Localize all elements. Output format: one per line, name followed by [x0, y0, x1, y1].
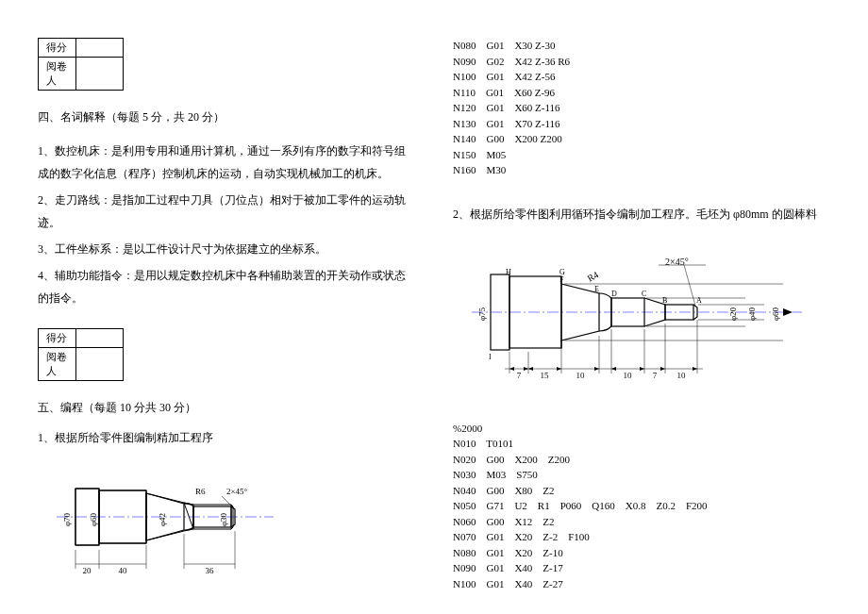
code2-l4: N050 G71 U2 R1 P060 Q160 X0.8 Z0.2 F200	[453, 500, 708, 511]
code1b-l1: N090 G02 X42 Z-36 R6	[453, 56, 570, 67]
dim2-d20: φ20	[728, 307, 738, 321]
dim2-d75: φ75	[477, 307, 487, 321]
dim-d42: φ42	[158, 513, 167, 526]
section5-heading: 五、编程（每题 10 分共 30 分）	[38, 400, 415, 416]
right-column: N080 G01 X30 Z-30 N090 G02 X42 Z-36 R6 N…	[453, 38, 830, 614]
dim-36: 36	[206, 566, 215, 575]
section4-heading: 四、名词解释（每题 5 分，共 20 分）	[38, 109, 415, 125]
code1b-l6: N140 G00 X200 Z200	[453, 133, 562, 144]
code2-l5: N060 G00 X12 Z2	[453, 516, 555, 527]
part-drawing-1: φ70 φ60 φ42 φ30 R6 2×45° 20 40 36	[38, 460, 415, 602]
section4-item3: 3、工件坐标系：是以工件设计尺寸为依据建立的坐标系。	[38, 238, 415, 260]
grader-label: 阅卷人	[39, 348, 76, 381]
code-block-2: %2000 N010 T0101 N020 G00 X200 Z200 N030…	[453, 421, 830, 592]
dim2-r4: R4	[586, 269, 601, 283]
pt-i: I	[489, 353, 492, 361]
code1b-l0: N080 G01 X30 Z-30	[453, 40, 555, 51]
dim-r6: R6	[195, 487, 206, 496]
dim2-chamfer: 2×45°	[665, 257, 689, 267]
dim-d30: φ30	[219, 512, 228, 526]
pt-c: C	[642, 290, 646, 298]
grader-label: 阅卷人	[39, 58, 76, 91]
dim2-10b: 10	[624, 371, 633, 380]
pt-h: H	[506, 268, 511, 276]
dim2-d60: φ60	[771, 307, 780, 321]
section5-sub1: 1、根据所给零件图编制精加工程序	[38, 430, 415, 446]
section4-item4: 4、辅助功能指令：是用以规定数控机床中各种辅助装置的开关动作或状态的指令。	[38, 264, 415, 309]
pt-b: B	[662, 296, 667, 305]
code1b-l4: N120 G01 X60 Z-116	[453, 102, 560, 113]
dim2-15: 15	[541, 371, 550, 380]
code2-l7: N080 G01 X20 Z-10	[453, 547, 563, 558]
dim-d70: φ70	[62, 512, 72, 526]
svg-line-4	[222, 496, 233, 507]
dim2-7a: 7	[517, 371, 522, 380]
code2-l8: N090 G01 X40 Z-17	[453, 562, 563, 573]
dim2-7b: 7	[653, 371, 658, 380]
dim-chamfer: 2×45°	[226, 487, 248, 496]
dim2-d40: φ40	[747, 307, 757, 321]
score-label: 得分	[39, 39, 76, 58]
dim-20: 20	[83, 566, 92, 575]
code1b-l3: N110 G01 X60 Z-96	[453, 87, 555, 98]
code2-l6: N070 G01 X20 Z-2 F100	[453, 531, 590, 542]
code2-l0: N010 T0101	[453, 438, 513, 449]
dim-40: 40	[119, 566, 128, 575]
pt-a: A	[696, 296, 702, 305]
code2-l9: N100 G01 X40 Z-27	[453, 578, 563, 589]
dim-d60: φ60	[89, 512, 98, 526]
section4-item2: 2、走刀路线：是指加工过程中刀具（刀位点）相对于被加工零件的运动轨迹。	[38, 189, 415, 234]
section5-sub2: 2、根据所给零件图利用循环指令编制加工程序。毛坯为 φ80mm 的圆棒料	[453, 207, 830, 223]
score-table-2: 得分 阅卷人	[38, 328, 124, 381]
code2-l2: N030 M03 S750	[453, 469, 538, 480]
code2-header: %2000	[453, 423, 482, 434]
score-label: 得分	[39, 329, 76, 348]
left-column: 得分 阅卷人 四、名词解释（每题 5 分，共 20 分） 1、数控机床：是利用专…	[38, 38, 415, 614]
pt-e: E	[594, 285, 599, 293]
code2-l1: N020 G00 X200 Z200	[453, 454, 570, 465]
score-table-1: 得分 阅卷人	[38, 38, 124, 91]
svg-line-19	[684, 265, 695, 306]
code-block-1b: N080 G01 X30 Z-30 N090 G02 X42 Z-36 R6 N…	[453, 38, 830, 178]
pt-f: F	[559, 275, 564, 284]
pt-d: D	[611, 290, 617, 298]
part-drawing-2: 2×45° R4 φ20 φ40 φ60 φ75 A B C	[453, 237, 830, 407]
dim2-10c: 10	[677, 371, 687, 380]
code1b-l5: N130 G01 X70 Z-116	[453, 118, 560, 129]
pt-g: G	[559, 268, 565, 276]
code1b-l7: N150 M05	[453, 149, 506, 160]
code1b-l8: N160 M30	[453, 164, 506, 175]
section4-item1: 1、数控机床：是利用专用和通用计算机，通过一系列有序的数字和符号组成的数字化信息…	[38, 140, 415, 185]
dim2-10a: 10	[576, 371, 586, 380]
code2-l3: N040 G00 X80 Z2	[453, 485, 555, 496]
code1b-l2: N100 G01 X42 Z-56	[453, 71, 555, 82]
